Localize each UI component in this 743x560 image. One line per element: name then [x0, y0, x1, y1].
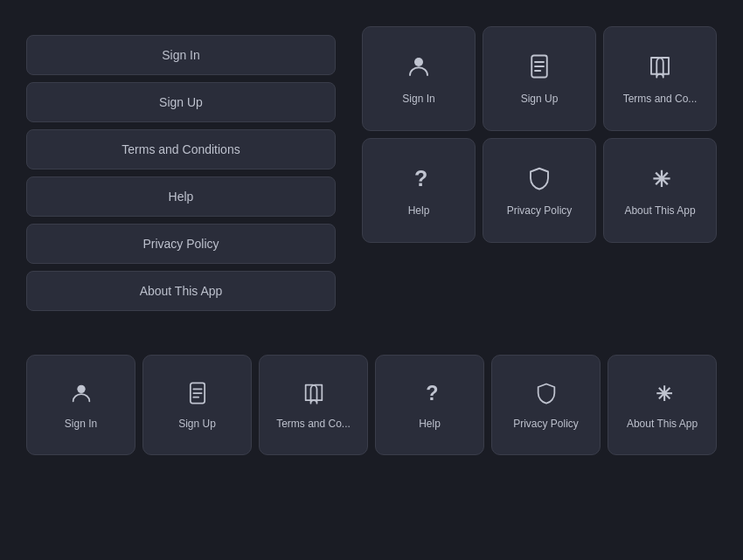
asterisk-icon: ✳	[647, 165, 673, 196]
book-icon	[302, 381, 326, 409]
bottom-card-sign-up[interactable]: Sign Up	[142, 355, 252, 455]
svg-point-0	[414, 58, 423, 66]
bottom-card-label-privacy: Privacy Policy	[513, 418, 579, 430]
book-icon	[647, 53, 673, 84]
bottom-card-terms[interactable]: Terms and Co...	[259, 355, 368, 455]
document-icon	[526, 53, 552, 84]
list-btn-privacy[interactable]: Privacy Policy	[26, 224, 336, 264]
list-buttons-panel: Sign InSign UpTerms and ConditionsHelpPr…	[26, 35, 336, 311]
grid-card-terms[interactable]: Terms and Co...	[603, 26, 717, 131]
bottom-cards-panel: Sign InSign UpTerms and Co...?HelpPrivac…	[26, 355, 717, 455]
bottom-card-label-about: About This App	[627, 418, 698, 430]
svg-text:?: ?	[426, 382, 438, 404]
grid-card-label-terms: Terms and Co...	[623, 93, 698, 105]
grid-card-privacy[interactable]: Privacy Policy	[483, 138, 596, 243]
grid-cards-panel: Sign InSign UpTerms and Co...?HelpPrivac…	[362, 26, 717, 243]
bottom-card-help[interactable]: ?Help	[375, 355, 484, 455]
grid-card-about[interactable]: ✳About This App	[603, 138, 717, 243]
asterisk-icon: ✳	[650, 381, 675, 409]
svg-point-7	[77, 384, 85, 392]
list-btn-terms[interactable]: Terms and Conditions	[26, 129, 336, 169]
user-icon	[406, 53, 432, 84]
bottom-card-label-terms: Terms and Co...	[276, 418, 351, 430]
bottom-card-about[interactable]: ✳About This App	[608, 355, 717, 455]
svg-text:✳: ✳	[652, 167, 670, 191]
shield-icon	[534, 381, 559, 409]
question-icon: ?	[406, 165, 432, 196]
bottom-card-label-help: Help	[419, 418, 441, 430]
grid-card-label-sign-in: Sign In	[402, 93, 434, 105]
list-btn-sign-in[interactable]: Sign In	[26, 35, 336, 75]
list-btn-help[interactable]: Help	[26, 176, 336, 217]
svg-text:?: ?	[414, 165, 427, 190]
question-icon: ?	[418, 381, 442, 409]
bottom-card-privacy[interactable]: Privacy Policy	[491, 355, 601, 455]
svg-text:✳: ✳	[655, 383, 671, 405]
grid-card-label-help: Help	[408, 204, 430, 217]
bottom-card-label-sign-up: Sign Up	[178, 418, 216, 430]
grid-card-label-privacy: Privacy Policy	[507, 204, 573, 217]
grid-card-label-about: About This App	[624, 204, 695, 217]
grid-card-label-sign-up: Sign Up	[521, 93, 559, 105]
bottom-card-sign-in[interactable]: Sign In	[26, 355, 135, 455]
grid-card-sign-up[interactable]: Sign Up	[483, 26, 596, 131]
list-btn-sign-up[interactable]: Sign Up	[26, 82, 336, 122]
list-btn-about[interactable]: About This App	[26, 271, 336, 311]
bottom-card-label-sign-in: Sign In	[65, 418, 97, 430]
grid-card-help[interactable]: ?Help	[362, 138, 476, 243]
document-icon	[185, 381, 210, 409]
user-icon	[69, 381, 94, 409]
shield-icon	[526, 165, 552, 196]
grid-card-sign-in[interactable]: Sign In	[362, 26, 476, 131]
